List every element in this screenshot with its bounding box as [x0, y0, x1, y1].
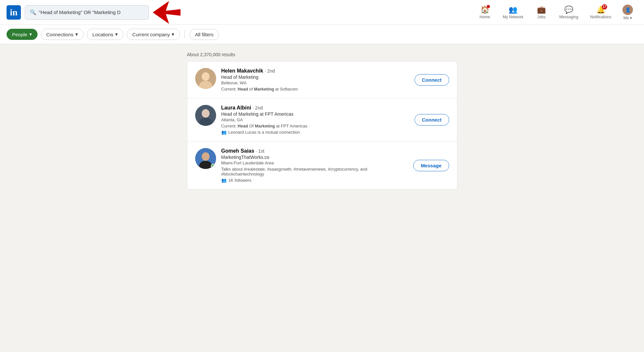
locations-filter-chevron: ▾ [115, 31, 118, 37]
avatar [195, 68, 216, 89]
nav-home[interactable]: 🏠 Home [473, 3, 496, 22]
result-degree: · 2nd [265, 68, 275, 74]
result-mutual: 👥 Leonard Lucas is a mutual connection [221, 130, 409, 135]
search-input[interactable] [39, 9, 144, 15]
followers-text: 1K followers [228, 178, 252, 183]
people-filter-chevron: ▾ [29, 31, 32, 37]
result-info: Laura Albini · 2nd Head of Marketing at … [221, 105, 409, 135]
result-location: Atlanta, GA [221, 117, 409, 122]
avatar [195, 105, 216, 126]
followers-icon: 👥 [221, 178, 227, 183]
search-icon: 🔍 [30, 9, 36, 15]
main-nav: 🏠 Home 👥 My Network 💼 Jobs 💬 Messaging 🔔… [473, 3, 637, 22]
avatar [195, 148, 216, 169]
all-filters-label: All filters [195, 32, 213, 37]
all-filters-button[interactable]: All filters [189, 29, 219, 40]
home-notification-dot [487, 5, 490, 8]
connect-button[interactable]: Connect [415, 74, 449, 86]
result-name-line: Helen Makavchik · 2nd [221, 68, 409, 74]
result-info: Gomeh Saias · 1st MarketingThatWorks.co … [221, 148, 408, 183]
online-status-dot [211, 164, 215, 168]
nav-mynetwork-label: My Network [503, 15, 523, 19]
result-talks: Talks about #realestate, #saasgrowth, #m… [221, 167, 408, 176]
result-degree: · 2nd [253, 105, 263, 110]
result-location: Bellevue, WA [221, 80, 409, 85]
table-row: Gomeh Saias · 1st MarketingThatWorks.co … [187, 142, 457, 189]
result-name-line: Laura Albini · 2nd [221, 105, 409, 111]
nav-mynetwork[interactable]: 👥 My Network [497, 3, 528, 22]
result-name: Helen Makavchik [221, 68, 263, 74]
current-company-filter-chevron: ▾ [172, 31, 174, 37]
arrow-annotation [143, 0, 182, 25]
connections-filter-label: Connections [46, 32, 73, 37]
notifications-icon: 🔔 17 [596, 6, 605, 14]
nav-messaging-label: Messaging [559, 15, 578, 19]
filter-bar: People ▾ Connections ▾ Locations ▾ Curre… [0, 25, 644, 44]
nav-jobs-label: Jobs [537, 15, 545, 19]
connections-filter-chevron: ▾ [75, 31, 78, 37]
results-count: About 2,370,000 results [187, 52, 457, 57]
header: in 🔍 🏠 Home 👥 My Network 💼 Jobs � [0, 0, 644, 25]
red-arrow-svg [143, 0, 182, 25]
messaging-icon: 💬 [564, 6, 573, 14]
mutual-text: Leonard Lucas is a mutual connection [228, 130, 300, 135]
search-bar[interactable]: 🔍 [25, 5, 149, 20]
connections-filter-button[interactable]: Connections ▾ [41, 29, 84, 40]
mutual-icon: 👥 [221, 130, 227, 135]
svg-point-2 [202, 72, 210, 81]
result-title: Head of Marketing [221, 75, 409, 80]
nav-messaging[interactable]: 💬 Messaging [554, 3, 584, 22]
user-avatar: 👤 [622, 5, 633, 15]
result-title: MarketingThatWorks.co [221, 155, 408, 160]
result-name: Laura Albini [221, 105, 251, 110]
result-current: Current: Head Of Marketing at FPT Americ… [221, 124, 409, 128]
home-icon: 🏠 [480, 6, 489, 14]
filter-divider [184, 30, 185, 38]
mynetwork-icon: 👥 [509, 6, 517, 14]
notifications-badge: 17 [602, 4, 607, 9]
jobs-icon: 💼 [537, 6, 546, 14]
nav-me[interactable]: 👤 Me ▾ [618, 5, 637, 20]
current-company-filter-button[interactable]: Current company ▾ [127, 29, 180, 40]
people-filter-button[interactable]: People ▾ [7, 29, 38, 40]
locations-filter-button[interactable]: Locations ▾ [87, 29, 123, 40]
results-card: Helen Makavchik · 2nd Head of Marketing … [187, 61, 457, 190]
result-followers: 👥 1K followers [221, 178, 408, 183]
connect-button[interactable]: Connect [415, 114, 449, 126]
result-info: Helen Makavchik · 2nd Head of Marketing … [221, 68, 409, 92]
message-button[interactable]: Message [413, 160, 449, 171]
result-location: Miami-Fort Lauderdale Area [221, 160, 408, 165]
nav-jobs[interactable]: 💼 Jobs [530, 3, 553, 22]
svg-marker-0 [153, 1, 181, 24]
people-filter-label: People [12, 32, 27, 37]
result-current: Current: Head of Marketing at Softacom [221, 87, 409, 92]
result-degree: · 1st [256, 148, 264, 154]
table-row: Laura Albini · 2nd Head of Marketing at … [187, 98, 457, 142]
linkedin-logo[interactable]: in [7, 5, 21, 20]
result-name-line: Gomeh Saias · 1st [221, 148, 408, 154]
current-company-filter-label: Current company [132, 32, 170, 37]
nav-me-label: Me ▾ [623, 16, 632, 20]
result-title: Head of Marketing at FPT Americas [221, 111, 409, 117]
svg-point-5 [202, 109, 210, 118]
nav-home-label: Home [479, 15, 490, 19]
main-content: About 2,370,000 results Helen Makavchik … [182, 52, 463, 190]
locations-filter-label: Locations [92, 32, 113, 37]
linkedin-logo-text: in [10, 8, 17, 17]
nav-notifications-label: Notifications [590, 15, 611, 19]
nav-notifications[interactable]: 🔔 17 Notifications [585, 3, 617, 22]
svg-point-8 [202, 152, 210, 161]
result-name: Gomeh Saias [221, 148, 254, 154]
table-row: Helen Makavchik · 2nd Head of Marketing … [187, 61, 457, 98]
